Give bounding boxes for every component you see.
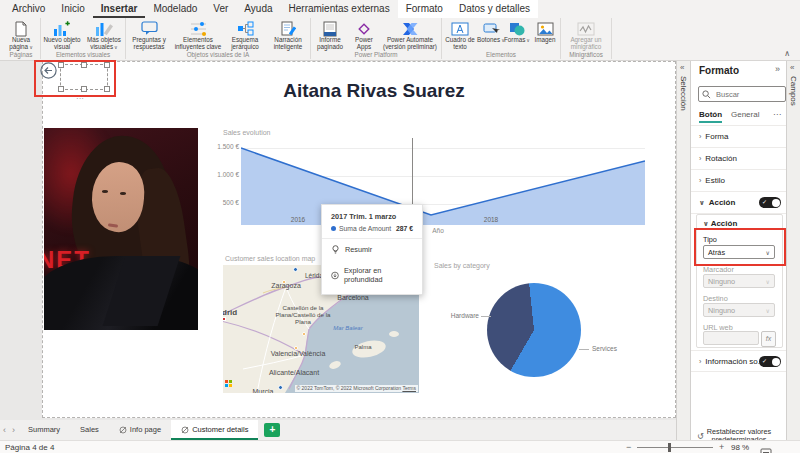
- zoom-out-icon[interactable]: −: [626, 442, 631, 452]
- more-visuals-button[interactable]: Más objetos visuales: [83, 18, 125, 51]
- map-label-murcia: Murcia: [252, 388, 273, 393]
- zoom-slider-track[interactable]: [637, 447, 713, 448]
- selection-pane-strip[interactable]: « Selección: [676, 60, 691, 440]
- selection-handle[interactable]: [104, 62, 110, 68]
- map-terms-link[interactable]: Terms: [402, 385, 416, 391]
- area-chart[interactable]: [241, 138, 645, 225]
- menu-item-drill-down[interactable]: Explorar en profundidad: [322, 260, 422, 290]
- informacion-toggle[interactable]: ✓: [759, 356, 781, 367]
- zoom-slider-thumb[interactable]: [668, 443, 671, 452]
- tab-archivo[interactable]: Archivo: [4, 0, 53, 18]
- subtab-boton[interactable]: Botón: [699, 110, 722, 123]
- key-influencers-label: Elementos influyentes clave: [172, 37, 224, 51]
- shapes-button[interactable]: Formas: [504, 18, 530, 51]
- zoom-in-icon[interactable]: +: [719, 442, 724, 452]
- selection-bounding-box[interactable]: [60, 64, 108, 90]
- datapoint-tooltip-menu: 2017 Trim. 1 marzo Suma de Amount 287 € …: [321, 204, 423, 295]
- selection-handle[interactable]: [81, 62, 87, 68]
- prev-page-arrow-icon[interactable]: ‹: [0, 420, 9, 440]
- map-data-point[interactable]: [282, 280, 286, 284]
- destino-dropdown: Ninguno∨: [703, 303, 775, 317]
- format-pane-title: Formato: [699, 65, 739, 76]
- map-label-mar-balear: Mar Balear: [333, 325, 362, 331]
- map-data-point[interactable]: [302, 332, 306, 336]
- search-input[interactable]: [714, 89, 778, 100]
- tab-modelado[interactable]: Modelado: [145, 0, 205, 18]
- pie-chart[interactable]: [487, 283, 581, 377]
- tab-insertar[interactable]: Insertar: [93, 0, 146, 18]
- tab-herramientas-externas[interactable]: Herramientas externas: [281, 0, 398, 18]
- qa-button[interactable]: Preguntas y respuestas: [126, 18, 172, 51]
- accion-toggle[interactable]: ✓: [759, 197, 781, 208]
- power-automate-button[interactable]: Power Automate (versión preliminar): [379, 18, 441, 51]
- marcador-label: Marcador: [703, 265, 734, 274]
- menu-item-resumir[interactable]: Resumir: [322, 239, 422, 260]
- key-influencers-button[interactable]: Elementos influyentes clave: [172, 18, 224, 51]
- text-box-button[interactable]: Cuadro de texto: [442, 18, 478, 51]
- smart-narrative-button[interactable]: Narración inteligente: [266, 18, 310, 51]
- power-apps-label: Power Apps: [349, 37, 379, 51]
- report-canvas[interactable]: Aitana Rivas Suarez NET Sales evolution …: [0, 60, 676, 420]
- section-accion[interactable]: ∨ Acción ✓: [691, 192, 787, 214]
- page-tab-summary[interactable]: Summary: [18, 420, 70, 440]
- key-influencers-icon: [190, 20, 207, 37]
- fit-to-page-icon[interactable]: [760, 443, 772, 453]
- visual-options-ellipsis[interactable]: ···: [76, 94, 84, 103]
- expand-pane-icon[interactable]: »: [775, 64, 780, 74]
- y-tick-1500: 1.500 €: [199, 143, 239, 150]
- page-tab-info-page[interactable]: Info page: [109, 420, 171, 440]
- customer-photo[interactable]: NET: [44, 128, 198, 330]
- buttons-button[interactable]: Botones: [478, 18, 504, 51]
- new-page-button[interactable]: Nueva página: [2, 18, 40, 51]
- tab-ayuda[interactable]: Ayuda: [236, 0, 280, 18]
- search-icon: [702, 90, 711, 99]
- back-button[interactable]: [40, 62, 58, 80]
- more-options-icon[interactable]: ⋯: [773, 110, 781, 119]
- tab-datos-y-detalles[interactable]: Datos y detalles: [451, 0, 538, 18]
- group-label-objetos-ia: Objetos visuales de IA: [126, 51, 310, 59]
- group-minigraficos: Agregar un minigráfico Minigráficos: [561, 18, 612, 59]
- image-label: Imagen: [534, 37, 555, 44]
- section-estilo[interactable]: › Estilo: [691, 170, 787, 192]
- image-button[interactable]: Imagen: [530, 18, 560, 51]
- sales-chart-title: Sales evolution: [223, 129, 270, 136]
- tab-inicio[interactable]: Inicio: [53, 0, 92, 18]
- new-visual-label: Nuevo objeto visual: [41, 37, 83, 51]
- add-page-button[interactable]: +: [264, 423, 280, 437]
- map-attribution: © 2022 TomTom, © 2022 Microsoft Corporat…: [295, 385, 418, 392]
- next-page-arrow-icon[interactable]: ›: [9, 420, 18, 440]
- series-color-dot: [331, 226, 336, 231]
- format-search-box[interactable]: [698, 86, 786, 102]
- map-label-madrid: Madrid: [223, 308, 237, 317]
- selection-handle[interactable]: [104, 86, 110, 92]
- pie-leader-line: [481, 316, 491, 317]
- collapse-icon[interactable]: «: [790, 63, 794, 72]
- map-data-point[interactable]: [278, 385, 283, 390]
- paginated-report-button[interactable]: Informe paginado: [311, 18, 349, 51]
- map-data-point[interactable]: [293, 267, 298, 272]
- selection-handle[interactable]: [81, 86, 87, 92]
- tab-ver[interactable]: Ver: [205, 0, 236, 18]
- chevron-down-icon: ∨: [766, 307, 770, 314]
- decomposition-tree-button[interactable]: Esquema jerárquico: [224, 18, 266, 51]
- collapse-ribbon-icon[interactable]: ∧: [784, 49, 790, 58]
- selection-handle[interactable]: [58, 62, 64, 68]
- ribbon-tab-row: Archivo Inicio Insertar Modelado Ver Ayu…: [0, 0, 800, 18]
- page-tab-customer-details[interactable]: Customer details: [171, 420, 258, 440]
- section-forma[interactable]: › Forma: [691, 126, 787, 148]
- fields-pane-strip[interactable]: « Campos: [786, 60, 800, 440]
- url-web-input: [703, 331, 759, 345]
- selection-handle[interactable]: [58, 86, 64, 92]
- subtab-general[interactable]: General: [731, 110, 759, 119]
- map-data-point[interactable]: [223, 317, 226, 321]
- power-apps-button[interactable]: Power Apps: [349, 18, 379, 51]
- section-informacion[interactable]: › Información so... ✓: [691, 350, 787, 372]
- page-tab-sales[interactable]: Sales: [70, 420, 109, 440]
- map-data-point[interactable]: [294, 346, 298, 350]
- tab-formato[interactable]: Formato: [398, 0, 451, 18]
- report-page[interactable]: Aitana Rivas Suarez NET Sales evolution …: [42, 61, 676, 418]
- new-visual-button[interactable]: Nuevo objeto visual: [41, 18, 83, 51]
- fx-button[interactable]: fx: [761, 331, 776, 347]
- section-rotacion[interactable]: › Rotación: [691, 148, 787, 170]
- collapse-icon[interactable]: «: [680, 63, 684, 72]
